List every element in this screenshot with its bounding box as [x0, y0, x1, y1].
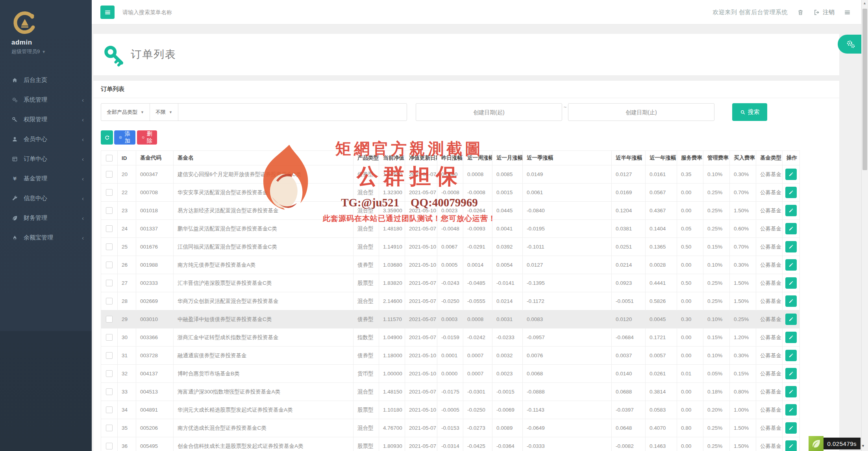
table-cell: 23: [118, 202, 136, 220]
sidebar-item-home[interactable]: 后台主页: [0, 70, 92, 90]
edit-button[interactable]: [785, 386, 797, 397]
delete-button[interactable]: 删除: [137, 130, 157, 145]
trash-icon[interactable]: [797, 9, 804, 16]
row-checkbox[interactable]: [106, 298, 113, 304]
table-cell: 公募基金: [756, 238, 783, 256]
sidebar-item-label: 权限管理: [24, 116, 47, 123]
menu-search-input[interactable]: [122, 6, 252, 19]
sidebar-item-label: 余额宝管理: [24, 234, 53, 241]
sidebar-role[interactable]: 超级管理员9▼: [11, 48, 46, 55]
sidebar-item-label: 基金管理: [24, 175, 47, 182]
table-cell: 0.0688: [612, 383, 646, 401]
edit-button[interactable]: [785, 259, 797, 271]
table-cell: 0.0445: [492, 202, 523, 220]
table-row: 29003010中融盈泽中短债债券型证券投资基金C类债券型1.115702021…: [101, 310, 800, 329]
row-checkbox[interactable]: [106, 207, 113, 214]
edit-button[interactable]: [785, 422, 797, 434]
sidebar-item-list[interactable]: 订单中心‹: [0, 149, 92, 169]
row-checkbox[interactable]: [106, 425, 113, 431]
row-checkbox[interactable]: [106, 334, 113, 341]
column-header: 近半年涨幅: [612, 151, 646, 165]
row-checkbox[interactable]: [106, 225, 113, 232]
table-cell: 中融盈泽中短债债券型证券投资基金C类: [174, 310, 353, 329]
table-cell: 0.0076: [523, 347, 612, 365]
table-cell: 2021-05-10: [405, 401, 437, 419]
row-checkbox[interactable]: [106, 316, 113, 323]
sidebar-item-fire[interactable]: 余额宝管理‹: [0, 228, 92, 247]
table-cell: 0.10%: [703, 310, 730, 329]
edit-button[interactable]: [785, 350, 797, 361]
list-menu-icon[interactable]: [844, 9, 851, 16]
edit-button[interactable]: [785, 277, 797, 289]
sidebar-toggle-button[interactable]: [100, 6, 115, 19]
table-cell: -0.0684: [612, 329, 646, 347]
scrollbar-thumb[interactable]: [862, 9, 867, 170]
vertical-scrollbar[interactable]: ▲: [861, 0, 868, 451]
add-button[interactable]: 添加: [114, 130, 135, 145]
row-checkbox[interactable]: [106, 352, 113, 359]
table-cell: -0.0314: [437, 437, 463, 451]
sidebar-item-key[interactable]: 权限管理‹: [0, 110, 92, 129]
sidebar-item-yen[interactable]: 基金管理‹: [0, 169, 92, 188]
refresh-button[interactable]: [101, 130, 113, 145]
table-cell: 混合型: [353, 238, 379, 256]
row-checkbox[interactable]: [106, 171, 113, 178]
topbar-right: 欢迎来到 创富后台管理系统 注销: [713, 0, 851, 24]
table-cell: 34: [118, 401, 136, 419]
action-row: 添加 删除: [101, 130, 839, 145]
edit-button[interactable]: [785, 332, 797, 343]
date-to-input[interactable]: [568, 103, 714, 121]
table-cell: 1.80930: [379, 437, 405, 451]
table-cell: 2021-05-07: [405, 292, 437, 310]
edit-button[interactable]: [785, 223, 797, 234]
row-checkbox[interactable]: [106, 443, 113, 449]
render-timer-badge[interactable]: 0.025479s ▼: [809, 436, 865, 451]
edit-button[interactable]: [785, 205, 797, 216]
row-checkbox[interactable]: [106, 262, 113, 268]
table-cell: -0.0048: [437, 220, 463, 238]
sidebar-item-leaf[interactable]: 财务管理‹: [0, 208, 92, 228]
theme-settings-button[interactable]: [838, 35, 861, 54]
caret-down-icon: ▼: [169, 110, 172, 114]
column-header: 服务费率: [677, 151, 703, 165]
sidebar-item-user[interactable]: 会员中心‹: [0, 129, 92, 149]
row-checkbox[interactable]: [106, 388, 113, 395]
table-cell: -0.0485: [463, 274, 492, 292]
logout-button[interactable]: 注销: [813, 9, 835, 16]
product-type-select[interactable]: 全部产品类型▼: [101, 104, 150, 121]
table-cell: 0.25%: [703, 419, 730, 437]
search-button[interactable]: 搜索: [732, 103, 767, 121]
edit-button[interactable]: [785, 440, 797, 451]
sidebar-item-gears[interactable]: 系统管理‹: [0, 90, 92, 110]
scroll-up-icon[interactable]: ▲: [863, 1, 866, 5]
list-icon: [12, 156, 18, 162]
edit-button[interactable]: [785, 241, 797, 252]
row-checkbox[interactable]: [106, 406, 113, 413]
edit-button[interactable]: [785, 169, 797, 180]
table-cell: 0.0261: [646, 365, 677, 383]
edit-button[interactable]: [785, 404, 797, 416]
sidebar-item-label: 订单中心: [24, 155, 47, 163]
table-cell: 0.00: [677, 347, 703, 365]
table-cell: 0.0161: [646, 165, 677, 184]
order-list-panel: 订单列表 全部产品类型▼ 不限▼ ~ 搜索: [93, 81, 839, 451]
date-from-input[interactable]: [416, 103, 562, 121]
edit-button[interactable]: [785, 314, 797, 325]
edit-button[interactable]: [785, 368, 797, 379]
row-checkbox[interactable]: [106, 189, 113, 196]
row-checkbox[interactable]: [106, 280, 113, 286]
chevron-left-icon: ‹: [82, 136, 84, 142]
select-all-checkbox[interactable]: [106, 155, 113, 161]
pencil-icon: [788, 425, 794, 431]
page-title: 订单列表: [131, 47, 176, 61]
table-cell: -0.0250: [437, 292, 463, 310]
table-cell: 0.0005: [437, 256, 463, 274]
edit-button[interactable]: [785, 187, 797, 198]
limit-select[interactable]: 不限▼: [150, 104, 178, 121]
edit-button[interactable]: [785, 295, 797, 307]
row-checkbox[interactable]: [106, 243, 113, 250]
row-checkbox[interactable]: [106, 370, 113, 377]
keyword-input[interactable]: [178, 104, 407, 121]
table-cell: -0.0233: [492, 329, 523, 347]
sidebar-item-wrench[interactable]: 信息中心‹: [0, 188, 92, 208]
